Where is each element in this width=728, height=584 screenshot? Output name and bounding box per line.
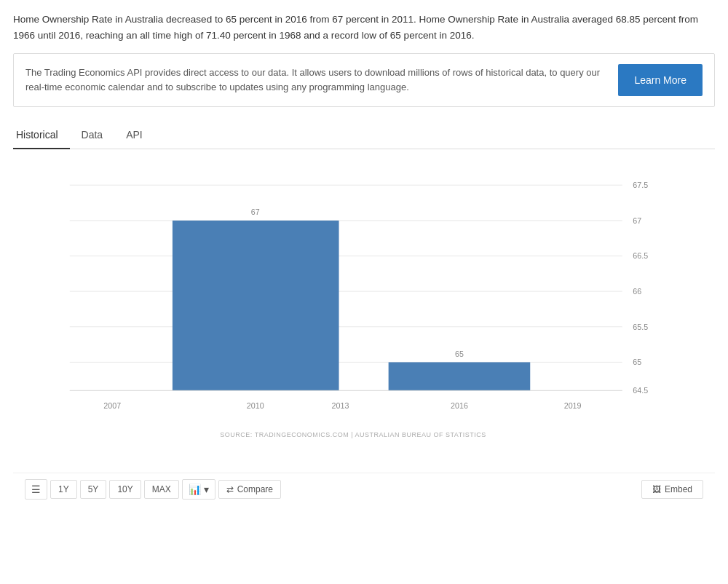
y-label-67-5: 67.5 bbox=[633, 181, 648, 189]
tab-historical[interactable]: Historical bbox=[13, 122, 70, 149]
10y-button[interactable]: 10Y bbox=[109, 480, 141, 499]
source-text: SOURCE: TRADINGECONOMICS.COM | AUSTRALIA… bbox=[35, 431, 671, 438]
embed-label: Embed bbox=[665, 484, 692, 494]
menu-button[interactable]: ☰ bbox=[25, 479, 47, 500]
y-label-67: 67 bbox=[633, 216, 641, 225]
bar-2010 bbox=[173, 221, 339, 391]
y-label-65-5: 65.5 bbox=[633, 323, 648, 331]
chart-svg: 67.5 67 66.5 66 65.5 65 64.5 67 65 2007 … bbox=[35, 164, 671, 426]
tab-api[interactable]: API bbox=[123, 122, 154, 149]
x-label-2007: 2007 bbox=[103, 401, 121, 410]
toolbar-left: ☰ 1Y 5Y 10Y MAX 📊 ▾ ⇄ Compare bbox=[25, 479, 281, 500]
5y-button[interactable]: 5Y bbox=[80, 480, 107, 499]
learn-more-button[interactable]: Learn More bbox=[618, 64, 703, 96]
api-banner: The Trading Economics API provides direc… bbox=[13, 53, 715, 107]
tabs-container: Historical Data API bbox=[13, 122, 715, 149]
embed-button[interactable]: 🖼 Embed bbox=[641, 480, 703, 499]
x-label-2016: 2016 bbox=[451, 401, 468, 410]
y-label-66-5: 66.5 bbox=[633, 252, 648, 261]
1y-button[interactable]: 1Y bbox=[50, 480, 77, 499]
max-button[interactable]: MAX bbox=[144, 480, 179, 499]
compare-label: Compare bbox=[237, 484, 273, 494]
chart-type-button[interactable]: 📊 ▾ bbox=[182, 479, 215, 500]
bar-2016 bbox=[389, 363, 531, 391]
x-label-2019: 2019 bbox=[564, 401, 582, 410]
main-container: Home Ownership Rate in Australia decreas… bbox=[0, 0, 728, 505]
description-text: Home Ownership Rate in Australia decreas… bbox=[13, 12, 715, 43]
compare-icon: ⇄ bbox=[226, 484, 234, 494]
x-label-2013: 2013 bbox=[332, 401, 349, 410]
tab-data[interactable]: Data bbox=[79, 122, 115, 149]
api-banner-text: The Trading Economics API provides direc… bbox=[25, 66, 604, 95]
y-label-66: 66 bbox=[633, 287, 641, 296]
compare-button[interactable]: ⇄ Compare bbox=[218, 480, 281, 499]
bar-2016-label: 65 bbox=[455, 350, 464, 358]
chart-area: 67.5 67 66.5 66 65.5 65 64.5 67 65 2007 … bbox=[13, 149, 715, 470]
y-label-64-5: 64.5 bbox=[633, 386, 648, 395]
embed-icon: 🖼 bbox=[652, 484, 661, 494]
y-label-65: 65 bbox=[633, 358, 641, 367]
x-label-2010: 2010 bbox=[247, 401, 264, 410]
bar-2010-label: 67 bbox=[251, 208, 260, 216]
bottom-toolbar: ☰ 1Y 5Y 10Y MAX 📊 ▾ ⇄ Compare 🖼 Embed bbox=[13, 473, 715, 505]
